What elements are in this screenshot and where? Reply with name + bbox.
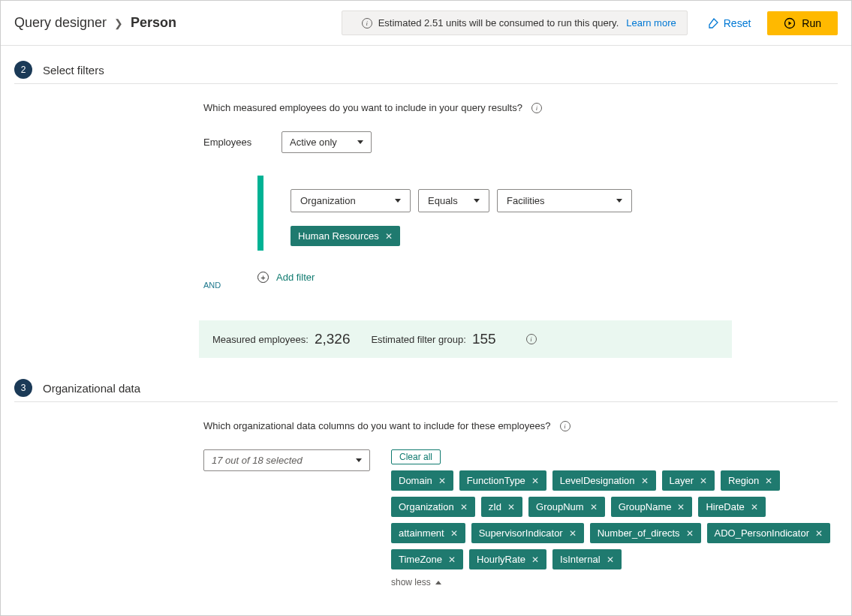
plus-circle-icon[interactable]: + [257, 272, 269, 283]
org-tag-label: TimeZone [399, 554, 442, 565]
employees-dropdown[interactable]: Active only [281, 131, 372, 153]
close-icon[interactable]: ✕ [641, 476, 649, 486]
org-prompt: Which organizational data columns do you… [203, 420, 551, 431]
caret-down-icon [356, 458, 362, 462]
and-connector: AND [203, 281, 221, 290]
org-tag-label: Domain [399, 475, 432, 486]
org-tag[interactable]: TimeZone✕ [391, 549, 463, 569]
close-icon[interactable]: ✕ [686, 528, 694, 539]
org-tag[interactable]: zId✕ [481, 497, 522, 517]
org-tag[interactable]: GroupName✕ [611, 497, 693, 517]
clear-all-button[interactable]: Clear all [391, 449, 441, 464]
group-label: Estimated filter group: [371, 334, 465, 345]
info-icon: i [362, 18, 372, 29]
caret-down-icon [616, 199, 622, 203]
close-icon[interactable]: ✕ [531, 554, 539, 565]
org-tag[interactable]: Organization✕ [391, 497, 475, 517]
measured-value: 2,326 [315, 331, 351, 347]
org-tag-label: zId [489, 501, 501, 512]
org-tag-label: IsInternal [560, 554, 600, 565]
employees-value: Active only [290, 137, 337, 148]
close-icon[interactable]: ✕ [569, 528, 577, 539]
breadcrumb-root[interactable]: Query designer [14, 15, 107, 31]
close-icon[interactable]: ✕ [385, 231, 393, 242]
org-tag-label: HireDate [706, 501, 744, 512]
filter-operator-dropdown[interactable]: Equals [418, 189, 489, 212]
close-icon[interactable]: ✕ [815, 528, 823, 539]
org-tag-label: Number_of_directs [598, 527, 680, 539]
org-tag[interactable]: Layer✕ [662, 470, 715, 491]
org-tag[interactable]: attainment✕ [391, 523, 465, 543]
org-tag[interactable]: IsInternal✕ [552, 549, 621, 569]
run-label: Run [802, 17, 821, 29]
reset-label: Reset [724, 17, 751, 29]
section-organizational-data: 3 Organizational data Which organization… [14, 379, 838, 587]
org-tag[interactable]: Domain✕ [391, 470, 453, 491]
filters-prompt: Which measured employees do you want to … [203, 102, 522, 113]
show-less-label: show less [391, 577, 431, 587]
filter-operator-value: Equals [428, 195, 458, 206]
close-icon[interactable]: ✕ [438, 476, 446, 486]
measured-label: Measured employees: [212, 334, 309, 345]
org-tag-label: Organization [399, 501, 454, 512]
org-columns-dropdown[interactable]: 17 out of 18 selected [203, 449, 370, 471]
close-icon[interactable]: ✕ [448, 554, 456, 565]
close-icon[interactable]: ✕ [607, 554, 614, 565]
chevron-right-icon: ❯ [114, 17, 123, 29]
close-icon[interactable]: ✕ [590, 502, 598, 512]
org-tag[interactable]: Region✕ [721, 470, 780, 491]
org-tag[interactable]: Number_of_directs✕ [590, 523, 701, 543]
play-circle-icon [784, 17, 796, 29]
org-tag[interactable]: FunctionType✕ [459, 470, 546, 491]
close-icon[interactable]: ✕ [700, 476, 707, 486]
close-icon[interactable]: ✕ [507, 502, 515, 512]
filter-group-bar [257, 176, 263, 251]
filter-field-dropdown[interactable]: Organization [291, 189, 411, 212]
step-badge-3: 3 [14, 379, 32, 397]
topbar: Query designer ❯ Person i Estimated 2.51… [1, 1, 851, 46]
section-select-filters: 2 Select filters Which measured employee… [14, 61, 838, 358]
close-icon[interactable]: ✕ [450, 528, 458, 539]
add-filter-button[interactable]: Add filter [276, 272, 315, 283]
estimate-banner: i Estimated 2.51 units will be consumed … [342, 11, 688, 35]
org-tag[interactable]: GroupNum✕ [528, 497, 605, 517]
org-tag[interactable]: ADO_PersonIndicator✕ [707, 523, 830, 543]
filter-value-text: Facilities [507, 195, 545, 206]
reset-button[interactable]: Reset [697, 11, 762, 35]
org-tag-label: LevelDesignation [560, 475, 635, 486]
info-icon[interactable]: i [560, 421, 571, 431]
eraser-icon [707, 17, 719, 29]
employees-label: Employees [203, 137, 281, 148]
org-tag[interactable]: HireDate✕ [698, 497, 765, 517]
filter-value-dropdown[interactable]: Facilities [497, 189, 632, 212]
org-tag-label: GroupName [619, 501, 672, 512]
group-value: 155 [472, 331, 496, 347]
close-icon[interactable]: ✕ [677, 502, 685, 512]
section-title: Organizational data [43, 382, 140, 395]
learn-more-link[interactable]: Learn more [626, 17, 676, 29]
org-tag-label: HourlyRate [477, 554, 525, 565]
org-tag-label: attainment [399, 527, 444, 539]
close-icon[interactable]: ✕ [765, 476, 772, 486]
estimate-text: Estimated 2.51 units will be consumed to… [378, 17, 619, 29]
info-icon[interactable]: i [531, 103, 542, 113]
show-less-toggle[interactable]: show less [391, 577, 838, 587]
org-tag-label: GroupNum [536, 501, 584, 512]
org-tag-label: FunctionType [467, 475, 525, 486]
org-tag[interactable]: SupervisorIndicator✕ [471, 523, 584, 543]
org-tag[interactable]: HourlyRate✕ [469, 549, 546, 569]
close-icon[interactable]: ✕ [531, 476, 539, 486]
org-tag-label: ADO_PersonIndicator [715, 527, 809, 539]
org-tag[interactable]: LevelDesignation✕ [552, 470, 656, 491]
filter-tag[interactable]: Human Resources ✕ [291, 226, 400, 246]
org-tag-label: SupervisorIndicator [479, 527, 563, 539]
org-tag-list: Domain✕FunctionType✕LevelDesignation✕Lay… [391, 470, 838, 569]
info-icon[interactable]: i [526, 334, 537, 344]
breadcrumb: Query designer ❯ Person [14, 15, 342, 31]
run-button[interactable]: Run [767, 11, 838, 35]
close-icon[interactable]: ✕ [460, 502, 468, 512]
close-icon[interactable]: ✕ [751, 502, 758, 512]
section-title: Select filters [43, 64, 104, 77]
caret-down-icon [474, 199, 480, 203]
breadcrumb-current: Person [131, 15, 176, 31]
